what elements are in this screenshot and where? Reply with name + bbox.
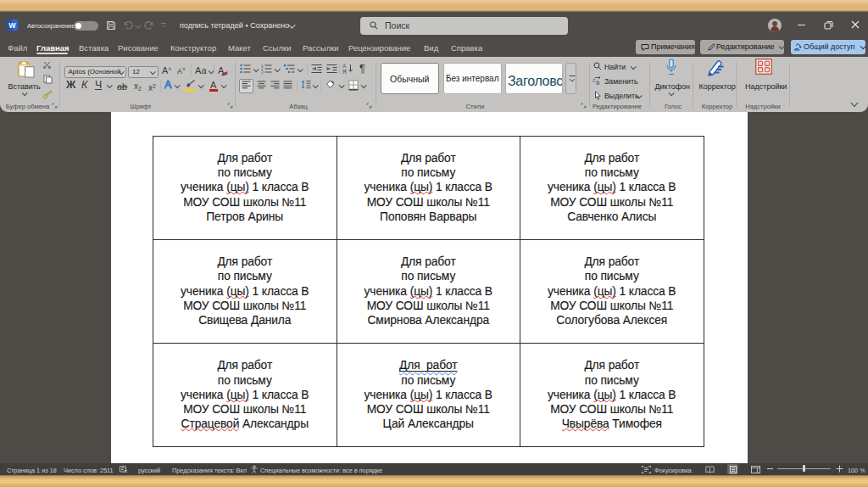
svg-text:ć: ć: [593, 77, 596, 83]
svg-text:W: W: [8, 20, 16, 29]
svg-text:b: b: [597, 79, 600, 85]
svg-text:Я: Я: [342, 69, 347, 75]
svg-text:3: 3: [261, 70, 264, 75]
